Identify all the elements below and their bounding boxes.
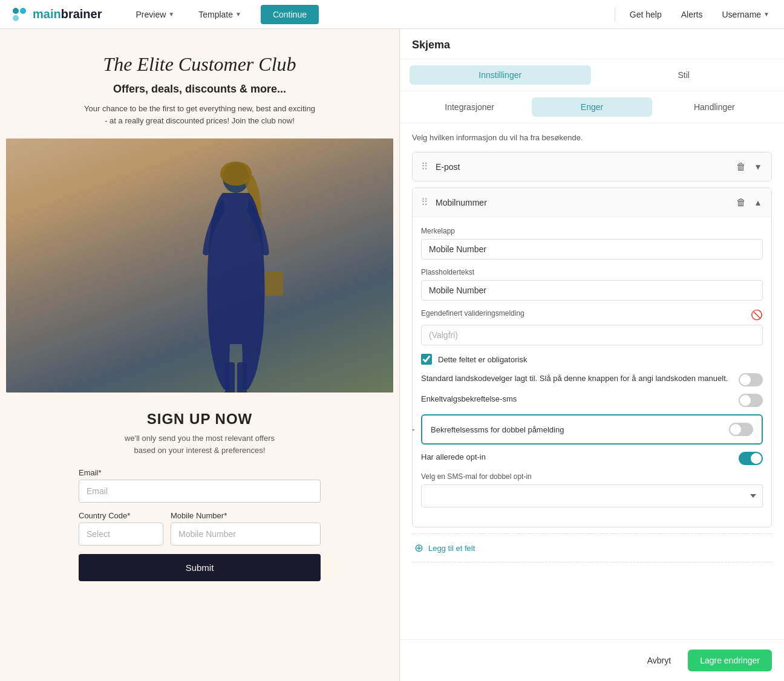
email-label: Email*: [79, 468, 321, 477]
mobile-number-label: Mobile Number*: [171, 511, 321, 520]
username-nav-item[interactable]: Username ▼: [717, 7, 775, 22]
arrow-icon: ➤: [412, 422, 416, 437]
sms-mal-select[interactable]: [421, 484, 763, 507]
panel-content: Velg hvilken informasjon du vil ha fra b…: [400, 123, 784, 639]
toggle-dobbel-switch[interactable]: [729, 423, 753, 436]
field-expanded-mobilnummer: Merkelapp Plassholdertekst Egendefinert …: [413, 217, 771, 527]
visibility-off-icon[interactable]: 🚫: [751, 309, 763, 321]
merkelapp-label: Merkelapp: [421, 227, 763, 235]
get-help-nav-item[interactable]: Get help: [625, 7, 667, 22]
collapse-mobilnummer-button[interactable]: ▴: [753, 195, 763, 209]
toggle-landskode-switch[interactable]: [739, 373, 763, 386]
field-row-epost: ⠿ E-post 🗑 ▾: [412, 152, 772, 181]
right-panel: Skjema Innstillinger Stil Integrasjoner …: [399, 29, 784, 681]
template-nav-item[interactable]: Template ▼: [194, 7, 246, 22]
toggle-enkelt-switch[interactable]: [739, 394, 763, 407]
preview-image: [6, 138, 393, 393]
drag-icon-mobilnummer: ⠿: [421, 197, 428, 208]
subtab-handlinger[interactable]: Handlinger: [655, 97, 774, 117]
subtab-enger[interactable]: Enger: [532, 97, 652, 117]
add-field-icon: ⊕: [414, 541, 423, 555]
toggle-opt-in-text: Har allerede opt-in: [421, 452, 731, 463]
toggle-dobbel-text: Bekreftelsessms for dobbel påmelding: [431, 425, 729, 434]
subtab-integrasjoner[interactable]: Integrasjoner: [410, 97, 529, 117]
preview-desc: Your chance to be the first to get every…: [84, 103, 315, 126]
panel-description: Velg hvilken informasjon du vil ha fra b…: [412, 133, 772, 142]
add-field-label: Legg til et felt: [428, 544, 475, 553]
toggle-opt-in-knob: [751, 453, 762, 464]
save-button[interactable]: Lagre endringer: [688, 650, 772, 671]
preview-caret-icon: ▼: [168, 11, 174, 18]
validation-row: Egendefinert valideringsmelding 🚫: [421, 309, 763, 321]
preview-panel: The Elite Customer Club Offers, deals, d…: [0, 29, 399, 681]
cancel-button[interactable]: Avbryt: [638, 651, 681, 670]
obligatorisk-checkbox[interactable]: [421, 354, 432, 365]
toggle-row-opt-in: Har allerede opt-in: [421, 452, 763, 465]
tab-row: Innstillinger Stil: [400, 59, 784, 91]
delete-mobilnummer-button[interactable]: 🗑: [734, 196, 748, 209]
continue-button[interactable]: Continue: [261, 5, 319, 24]
tab-stil[interactable]: Stil: [593, 65, 775, 85]
field-row-mobilnummer: ⠿ Mobilnummer 🗑 ▴ Merkelapp Plassholdert…: [412, 187, 772, 527]
mobile-number-group: Mobile Number*: [171, 511, 321, 546]
plassholdertekst-input[interactable]: [421, 280, 763, 301]
toggle-landskode-text: Standard landskodevelger lagt til. Slå p…: [421, 373, 731, 384]
egendefinert-input[interactable]: [421, 325, 763, 345]
preview-nav-item[interactable]: Preview ▼: [131, 7, 180, 22]
figure-silhouette: [175, 151, 296, 393]
logo: mainbrainer: [10, 5, 102, 24]
drag-icon-epost: ⠿: [421, 161, 428, 172]
panel-title: Skjema: [400, 29, 784, 59]
country-code-select[interactable]: Select: [79, 523, 163, 546]
toggle-landskode-knob: [740, 374, 751, 385]
egendefinert-label: Egendefinert valideringsmelding: [421, 309, 524, 318]
preview-label: Preview: [136, 10, 166, 19]
toggle-opt-in-switch[interactable]: [739, 452, 763, 465]
svg-point-1: [20, 8, 26, 14]
country-code-label: Country Code*: [79, 511, 163, 520]
username-caret-icon: ▼: [763, 11, 769, 18]
toggle-dobbel-knob: [730, 424, 741, 435]
collapse-epost-button[interactable]: ▾: [753, 160, 763, 174]
svg-rect-7: [265, 272, 283, 296]
highlight-row-dobbel: ➤ Bekreftelsessms for dobbel påmelding: [421, 414, 763, 445]
form-row-country-mobile: Country Code* Select Mobile Number*: [79, 511, 321, 546]
preview-title: The Elite Customer Club: [103, 53, 296, 76]
email-input[interactable]: [79, 480, 321, 503]
svg-point-0: [13, 8, 19, 14]
signup-section: SIGN UP NOW we'll only send you the most…: [79, 411, 321, 581]
sms-mal-label: Velg en SMS-mal for dobbel opt-in: [421, 472, 763, 481]
nav-right: Get help Alerts Username ▼: [615, 7, 774, 22]
logo-icon: [10, 5, 29, 24]
template-label: Template: [198, 10, 233, 19]
svg-rect-5: [225, 362, 235, 393]
plassholdertekst-label: Plassholdertekst: [421, 268, 763, 276]
toggle-enkelt-text: Enkeltvalgsbekreftelse-sms: [421, 394, 731, 405]
template-caret-icon: ▼: [235, 11, 241, 18]
preview-subtitle: Offers, deals, discounts & more...: [113, 83, 286, 96]
field-header-mobilnummer[interactable]: ⠿ Mobilnummer 🗑 ▴: [413, 188, 771, 217]
main-layout: The Elite Customer Club Offers, deals, d…: [0, 29, 784, 681]
tab-innstillinger[interactable]: Innstillinger: [410, 65, 591, 85]
add-field-row[interactable]: ⊕ Legg til et felt: [412, 533, 772, 562]
field-name-mobilnummer: Mobilnummer: [436, 198, 729, 207]
top-navigation: mainbrainer Preview ▼ Template ▼ Continu…: [0, 0, 784, 29]
alerts-nav-item[interactable]: Alerts: [676, 7, 708, 22]
field-name-epost: E-post: [436, 162, 729, 172]
submit-button[interactable]: Submit: [79, 554, 321, 581]
svg-point-2: [13, 15, 19, 21]
toggle-row-landskode: Standard landskodevelger lagt til. Slå p…: [421, 373, 763, 386]
toggle-enkelt-knob: [740, 395, 751, 406]
delete-epost-button[interactable]: 🗑: [734, 160, 748, 174]
obligatorisk-checkbox-row: Dette feltet er obligatorisk: [421, 354, 763, 365]
country-code-group: Country Code* Select: [79, 511, 163, 546]
logo-text: mainbrainer: [33, 7, 102, 21]
merkelapp-input[interactable]: [421, 239, 763, 259]
sub-tab-row: Integrasjoner Enger Handlinger: [400, 91, 784, 123]
svg-rect-6: [237, 362, 247, 393]
obligatorisk-label[interactable]: Dette feltet er obligatorisk: [438, 355, 527, 364]
mobile-number-input[interactable]: [171, 523, 321, 546]
panel-actions: Avbryt Lagre endringer: [400, 639, 784, 681]
signup-text: we'll only send you the most relevant of…: [79, 432, 321, 456]
field-header-epost[interactable]: ⠿ E-post 🗑 ▾: [413, 152, 771, 181]
